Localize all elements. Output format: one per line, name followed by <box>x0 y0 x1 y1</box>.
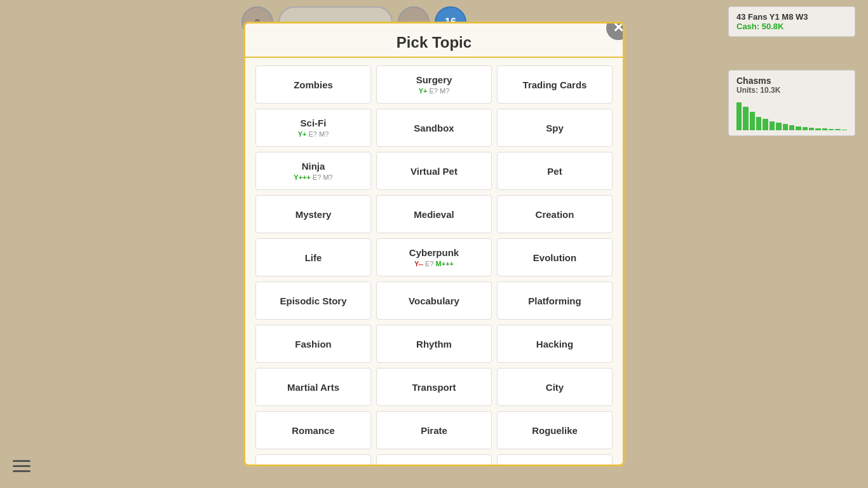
modal-header: Pick Topic <box>245 24 623 58</box>
topic-name: Sci-Fi <box>301 118 327 128</box>
tag-y: Y+ <box>298 130 307 138</box>
topic-name: Platforming <box>528 295 581 306</box>
topic-button-pet[interactable]: Pet <box>497 152 613 190</box>
topic-name: Episodic Story <box>280 295 346 306</box>
topic-name: Romance <box>292 425 335 436</box>
topic-button-detective[interactable]: Detective <box>376 454 492 464</box>
topic-name: Mystery <box>295 209 332 220</box>
topic-name: Creation <box>536 209 574 220</box>
topic-name: Cyberpunk <box>409 247 459 258</box>
topic-name: Surgery <box>416 74 452 85</box>
topic-button-rhythm[interactable]: Rhythm <box>376 325 492 363</box>
tag-m: M+++ <box>436 260 454 268</box>
topic-button-pirate[interactable]: Pirate <box>376 411 492 449</box>
topic-name: Post Apocalyptic <box>516 463 593 464</box>
tag-e: E? <box>309 130 317 138</box>
topic-name: Martial Arts <box>287 382 339 393</box>
topic-button-sandbox[interactable]: Sandbox <box>376 109 492 147</box>
topic-name: Vocabulary <box>409 295 459 306</box>
tag-y: Y+++ <box>294 173 311 181</box>
topic-button-spy[interactable]: Spy <box>497 109 613 147</box>
topic-grid: ZombiesSurgeryY+E?M?Trading CardsSci-FiY… <box>255 65 613 464</box>
topic-button-evolution[interactable]: Evolution <box>497 238 613 276</box>
topic-name: Pirate <box>421 425 447 436</box>
topic-tags: Y+++E?M? <box>294 173 332 181</box>
topic-button-surgery[interactable]: SurgeryY+E?M? <box>376 65 492 104</box>
tag-m: M? <box>323 173 332 181</box>
tag-y: Y+ <box>419 87 428 95</box>
modal-body[interactable]: ZombiesSurgeryY+E?M?Trading CardsSci-FiY… <box>245 58 623 464</box>
topic-name: Transport <box>412 382 456 393</box>
tag-e: E? <box>430 87 438 95</box>
topic-tags: Y--E?M+++ <box>414 260 454 268</box>
topic-button-life[interactable]: Life <box>255 238 371 276</box>
topic-button-post-apocalyptic[interactable]: Post ApocalypticY?E++M? <box>497 454 613 464</box>
topic-name: Wild West <box>290 463 336 464</box>
topic-button-vocabulary[interactable]: Vocabulary <box>376 281 492 320</box>
tag-m: M? <box>319 130 329 138</box>
topic-name: Pet <box>547 166 562 177</box>
pick-topic-modal: ✕ Pick Topic ZombiesSurgeryY+E?M?Trading… <box>243 22 625 466</box>
topic-name: Spy <box>546 123 564 133</box>
topic-name: City <box>546 382 564 393</box>
tag-e: E? <box>425 260 433 268</box>
topic-button-zombies[interactable]: Zombies <box>255 65 371 104</box>
topic-button-hacking[interactable]: Hacking <box>497 325 613 363</box>
tag-e: E? <box>313 173 321 181</box>
topic-button-romance[interactable]: Romance <box>255 411 371 449</box>
topic-button-martial-arts[interactable]: Martial Arts <box>255 368 371 406</box>
topic-name: Hacking <box>536 339 573 349</box>
modal-overlay: ✕ Pick Topic ZombiesSurgeryY+E?M?Trading… <box>0 0 868 488</box>
topic-button-mystery[interactable]: Mystery <box>255 195 371 233</box>
topic-name: Life <box>305 252 322 263</box>
topic-tags: Y+E?M? <box>298 130 329 138</box>
topic-name: Trading Cards <box>523 79 587 90</box>
topic-button-roguelike[interactable]: Roguelike <box>497 411 613 449</box>
tag-m: M? <box>440 87 449 95</box>
topic-button-episodic-story[interactable]: Episodic Story <box>255 281 371 320</box>
topic-button-platforming[interactable]: Platforming <box>497 281 613 320</box>
tag-y: Y-- <box>414 260 423 268</box>
topic-button-sci-fi[interactable]: Sci-FiY+E?M? <box>255 109 371 147</box>
modal-title: Pick Topic <box>258 34 610 51</box>
topic-name: Ninja <box>302 161 325 172</box>
topic-button-virtual-pet[interactable]: Virtual Pet <box>376 152 492 190</box>
topic-name: Zombies <box>294 79 333 90</box>
topic-name: Medieval <box>414 209 454 220</box>
topic-name: Evolution <box>533 252 576 263</box>
topic-name: Sandbox <box>414 123 454 133</box>
topic-button-city[interactable]: City <box>497 368 613 406</box>
topic-button-transport[interactable]: Transport <box>376 368 492 406</box>
topic-button-cyberpunk[interactable]: CyberpunkY--E?M+++ <box>376 238 492 276</box>
topic-button-wild-west[interactable]: Wild WestY?E++M? <box>255 454 371 464</box>
topic-button-creation[interactable]: Creation <box>497 195 613 233</box>
topic-name: Rhythm <box>416 339 452 349</box>
topic-button-medieval[interactable]: Medieval <box>376 195 492 233</box>
topic-name: Roguelike <box>532 425 578 436</box>
topic-button-ninja[interactable]: NinjaY+++E?M? <box>255 152 371 190</box>
topic-tags: Y+E?M? <box>419 87 450 95</box>
topic-name: Fashion <box>295 339 332 349</box>
topic-button-fashion[interactable]: Fashion <box>255 325 371 363</box>
topic-button-trading-cards[interactable]: Trading Cards <box>497 65 613 104</box>
topic-name: Virtual Pet <box>410 166 458 177</box>
